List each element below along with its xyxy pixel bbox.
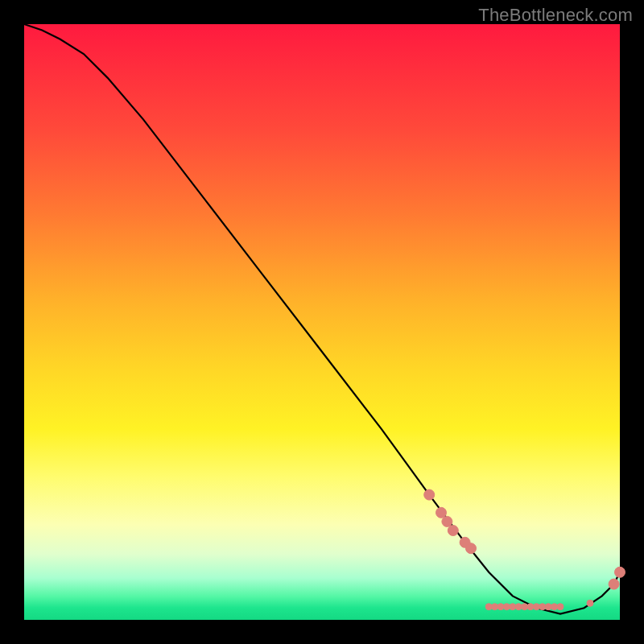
curve-marker <box>527 604 534 610</box>
bottleneck-curve <box>24 24 620 620</box>
plot-area <box>24 24 620 620</box>
curve-marker <box>466 543 477 554</box>
curve-marker <box>503 604 510 610</box>
curve-marker <box>609 579 619 589</box>
chart-stage: TheBottleneck.com <box>0 0 644 644</box>
curve-marker <box>442 516 452 526</box>
curve-marker <box>533 604 539 610</box>
curve-marker <box>587 600 593 606</box>
curve-marker <box>492 604 498 610</box>
curve-marker <box>424 489 435 500</box>
curve-marker <box>539 604 546 610</box>
curve-marker <box>515 604 522 610</box>
curve-marker <box>615 567 625 577</box>
watermark-text: TheBottleneck.com <box>478 5 633 26</box>
curve-marker <box>448 526 458 536</box>
curve-marker <box>545 604 551 610</box>
curve-marker <box>551 604 558 610</box>
curve-marker <box>497 604 504 610</box>
curve-marker <box>485 604 492 610</box>
curve-marker <box>522 604 528 610</box>
curve-marker <box>557 604 564 610</box>
curve-marker <box>436 507 447 518</box>
curve-marker <box>510 604 516 610</box>
